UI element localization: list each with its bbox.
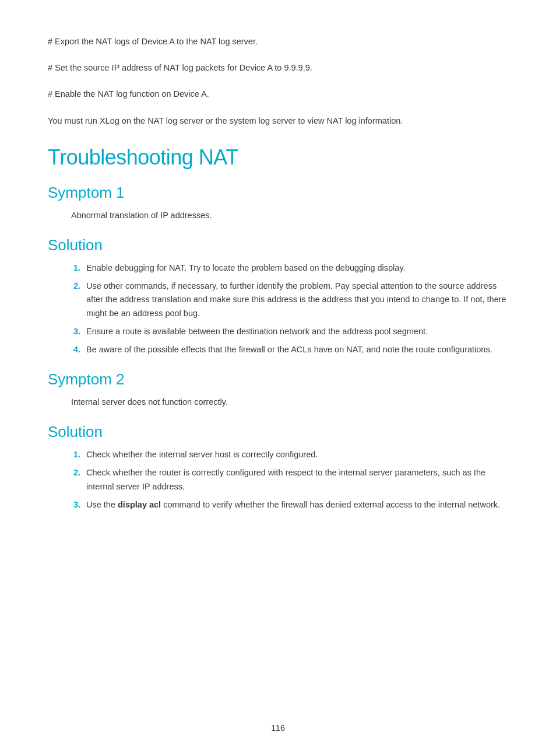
list-item: Enable debugging for NAT. Try to locate … [83,261,508,275]
page-container: # Export the NAT logs of Device A to the… [0,0,556,756]
intro-line-1: # Export the NAT logs of Device A to the… [48,35,508,48]
list-item: Check whether the internal server host i… [83,448,508,461]
intro-line-2: # Set the source IP address of NAT log p… [48,61,508,75]
list-item: Use other commands, if necessary, to fur… [83,279,508,320]
solution1-list: Enable debugging for NAT. Try to locate … [83,261,508,356]
symptom2-description: Internal server does not function correc… [71,396,508,409]
symptom2-title: Symptom 2 [48,370,508,388]
solution2-list: Check whether the internal server host i… [83,448,508,512]
solution2-item3-post: command to verify whether the firewall h… [161,500,500,509]
list-item: Be aware of the possible effects that th… [83,343,508,356]
symptom1-title: Symptom 1 [48,184,508,202]
solution2-title: Solution [48,423,508,441]
solution1-title: Solution [48,236,508,254]
intro-line-3: # Enable the NAT log function on Device … [48,88,508,101]
intro-line-4: You must run XLog on the NAT log server … [48,114,508,128]
symptom1-description: Abnormal translation of IP addresses. [71,209,508,222]
list-item: Ensure a route is available between the … [83,325,508,338]
main-title: Troubleshooting NAT [48,145,508,170]
solution2-item3-pre: Use the [86,500,118,509]
list-item: Check whether the router is correctly co… [83,466,508,493]
solution2-item3-bold: display acl [118,500,161,509]
page-number: 116 [271,723,284,733]
list-item: Use the display acl command to verify wh… [83,498,508,512]
